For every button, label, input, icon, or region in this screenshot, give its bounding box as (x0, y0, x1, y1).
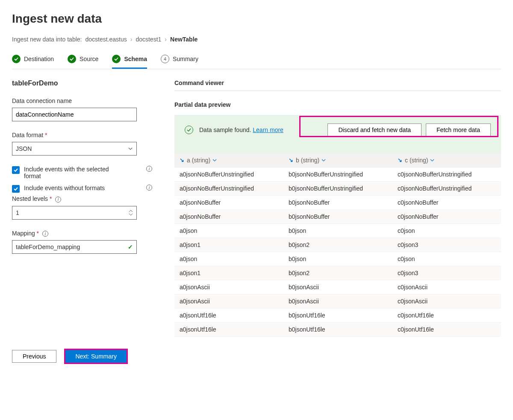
table-cell: c0jsonNoBuffer (392, 210, 501, 224)
breadcrumb: Ingest new data into table: docstest.eas… (12, 36, 501, 43)
step-label: Destination (24, 56, 54, 62)
table-row: a0jsonAsciib0jsonAsciic0jsonAscii (174, 280, 501, 294)
table-cell: a0jsonNoBuffer (174, 196, 283, 210)
fetch-more-button[interactable]: Fetch more data (426, 123, 491, 136)
column-header-c[interactable]: ↘c (string) (392, 153, 501, 167)
partial-preview-heading: Partial data preview (174, 101, 501, 108)
table-cell: c0jsonNoBufferUnstringified (392, 182, 501, 196)
table-cell: b0jsonNoBufferUnstringified (283, 182, 392, 196)
spinner-down-icon[interactable] (129, 213, 133, 216)
annotation-highlight: Next: Summary (64, 349, 127, 364)
info-icon[interactable]: i (42, 231, 48, 237)
table-cell: a0jsonUtf16le (174, 308, 283, 323)
banner-text: Data sample found. (199, 126, 251, 133)
table-cell: a0jsonNoBufferUnstringified (174, 167, 283, 182)
column-type-icon: ↘ (398, 157, 402, 163)
step-label: Source (80, 56, 98, 62)
table-row: a0json1b0json2c0json3 (174, 238, 501, 252)
table-cell: c0jsonNoBufferUnstringified (392, 167, 501, 182)
include-without-formats-label: Include events without formats (24, 185, 105, 191)
table-cell: b0jsonNoBuffer (283, 210, 392, 224)
data-format-select[interactable]: JSON (12, 142, 137, 156)
check-icon (68, 55, 76, 63)
table-cell: c0jsonAscii (392, 280, 501, 294)
data-sample-banner: Data sample found. Learn more Discard an… (174, 115, 501, 145)
breadcrumb-lead: Ingest new data into table: (12, 36, 82, 43)
include-without-formats-checkbox[interactable] (12, 185, 20, 193)
table-cell: a0jsonAscii (174, 280, 283, 294)
learn-more-link[interactable]: Learn more (253, 126, 283, 133)
table-cell: b0json2 (283, 266, 392, 280)
spinner-up-icon[interactable] (129, 209, 133, 213)
nested-levels-input[interactable]: 1 (12, 206, 137, 220)
previous-button[interactable]: Previous (12, 350, 56, 363)
data-format-label: Data format * (12, 132, 157, 138)
column-header-a[interactable]: ↘a (string) (174, 153, 283, 167)
table-cell: a0jsonUtf16le (174, 323, 283, 337)
table-row: a0jsonb0jsonc0json (174, 224, 501, 238)
info-icon[interactable]: i (146, 185, 152, 191)
chevron-down-icon[interactable] (321, 158, 326, 163)
table-cell: c0jsonUtf16le (392, 308, 501, 323)
table-cell: c0json3 (392, 238, 501, 252)
include-selected-format-label: Include events with the selected format (24, 166, 118, 179)
table-row: a0jsonNoBufferb0jsonNoBufferc0jsonNoBuff… (174, 210, 501, 224)
check-icon: ✓ (128, 244, 133, 250)
chevron-right-icon: › (165, 36, 167, 43)
table-cell: a0jsonAscii (174, 294, 283, 308)
command-viewer-heading[interactable]: Command viewer (174, 79, 501, 91)
mapping-value: tableForDemo_mapping (16, 244, 80, 250)
table-cell: b0jsonNoBuffer (283, 196, 392, 210)
table-cell: b0jsonNoBufferUnstringified (283, 167, 392, 182)
step-schema[interactable]: Schema (112, 55, 147, 69)
preview-table: ↘a (string) ↘b (string) ↘c (string) a0js… (174, 153, 501, 337)
chevron-down-icon (128, 146, 133, 151)
mapping-select[interactable]: tableForDemo_mapping ✓ (12, 240, 137, 254)
table-cell: c0json3 (392, 266, 501, 280)
table-name-heading: tableForDemo (12, 79, 157, 87)
next-summary-button[interactable]: Next: Summary (65, 350, 126, 363)
step-label: Summary (173, 56, 198, 62)
info-icon[interactable]: i (146, 166, 152, 172)
table-cell: a0json (174, 224, 283, 238)
page-title: Ingest new data (12, 12, 501, 26)
table-row: a0jsonb0jsonc0json (174, 252, 501, 266)
table-row: a0jsonAsciib0jsonAsciic0jsonAscii (174, 294, 501, 308)
table-cell: b0jsonUtf16le (283, 308, 392, 323)
check-icon (112, 55, 121, 63)
stepper: Destination Source Schema 4 Summary (12, 55, 501, 69)
table-cell: b0jsonUtf16le (283, 323, 392, 337)
connection-name-input[interactable] (12, 108, 137, 121)
table-row: a0jsonUtf16leb0jsonUtf16lec0jsonUtf16le (174, 308, 501, 323)
table-row: a0jsonNoBufferUnstringifiedb0jsonNoBuffe… (174, 182, 501, 196)
table-cell: c0jsonNoBuffer (392, 196, 501, 210)
nested-levels-label: Nested levels * i (12, 195, 157, 203)
discard-fetch-button[interactable]: Discard and fetch new data (327, 123, 422, 136)
table-cell: b0json (283, 224, 392, 238)
step-destination[interactable]: Destination (12, 55, 54, 69)
breadcrumb-item-current: NewTable (170, 36, 198, 43)
check-icon (12, 55, 21, 63)
chevron-right-icon: › (130, 36, 133, 43)
table-row: a0json1b0json2c0json3 (174, 266, 501, 280)
breadcrumb-item[interactable]: docstest.eastus (85, 36, 127, 43)
info-icon[interactable]: i (55, 197, 61, 203)
table-cell: c0json (392, 224, 501, 238)
column-type-icon: ↘ (289, 157, 293, 163)
table-cell: b0json (283, 252, 392, 266)
column-header-b[interactable]: ↘b (string) (283, 153, 392, 167)
include-selected-format-checkbox[interactable] (12, 166, 20, 174)
table-row: a0jsonUtf16leb0jsonUtf16lec0jsonUtf16le (174, 323, 501, 337)
breadcrumb-item[interactable]: docstest1 (136, 36, 161, 43)
connection-name-label: Data connection name (12, 97, 157, 104)
mapping-label: Mapping * i (12, 230, 157, 237)
step-label: Schema (124, 56, 147, 62)
step-summary[interactable]: 4 Summary (161, 55, 198, 69)
success-icon (185, 126, 193, 134)
table-cell: c0jsonUtf16le (392, 323, 501, 337)
step-source[interactable]: Source (68, 55, 98, 69)
chevron-down-icon[interactable] (212, 158, 217, 163)
chevron-down-icon[interactable] (430, 158, 435, 163)
step-number: 4 (161, 55, 169, 63)
table-cell: a0jsonNoBuffer (174, 210, 283, 224)
